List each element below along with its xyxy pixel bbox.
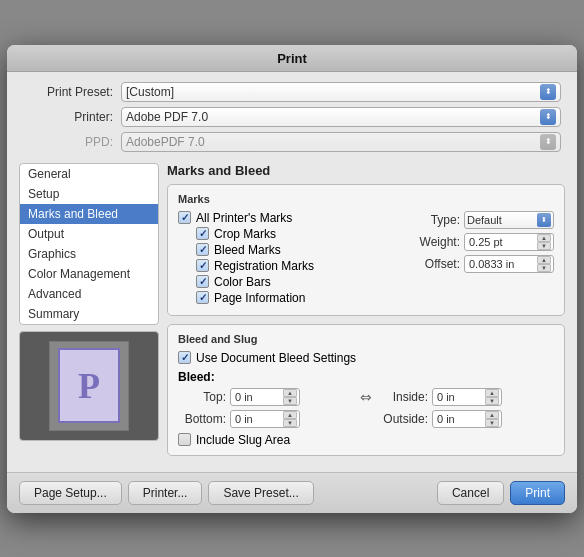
printer-label: Printer:	[23, 110, 113, 124]
all-printers-marks-row: All Printer's Marks	[178, 211, 407, 225]
title-bar: Print	[7, 45, 577, 72]
offset-spinner[interactable]: 0.0833 in ▲ ▼	[464, 255, 554, 273]
outside-up-icon[interactable]: ▲	[485, 411, 499, 419]
bleed-label: Bleed:	[178, 370, 554, 384]
sidebar-item-advanced[interactable]: Advanced	[20, 284, 158, 304]
footer: Page Setup... Printer... Save Preset... …	[7, 472, 577, 513]
section-title: Marks and Bleed	[167, 163, 565, 178]
type-section: Type: Default ⬍ Weight: 0.25 pt	[415, 211, 554, 307]
save-preset-button[interactable]: Save Preset...	[208, 481, 313, 505]
use-doc-bleed-label: Use Document Bleed Settings	[196, 351, 356, 365]
all-printers-marks-label: All Printer's Marks	[196, 211, 292, 225]
printer-button[interactable]: Printer...	[128, 481, 203, 505]
top-spinner[interactable]: 0 in ▲ ▼	[230, 388, 300, 406]
bottom-label: Bottom:	[178, 412, 226, 426]
inside-spinner[interactable]: 0 in ▲ ▼	[432, 388, 502, 406]
all-printers-marks-checkbox[interactable]	[178, 211, 191, 224]
printer-select[interactable]: Adobe PDF 7.0 ⬍	[121, 107, 561, 127]
type-row: Type: Default ⬍	[415, 211, 554, 229]
preview-page: P	[58, 348, 120, 423]
bleed-slug-group: Bleed and Slug Use Document Bleed Settin…	[167, 324, 565, 456]
bottom-arrows: ▲ ▼	[283, 411, 297, 427]
outside-arrows: ▲ ▼	[485, 411, 499, 427]
registration-marks-checkbox[interactable]	[196, 259, 209, 272]
top-value: 0 in	[235, 391, 253, 403]
bleed-marks-checkbox[interactable]	[196, 243, 209, 256]
sidebar-item-marks-bleed[interactable]: Marks and Bleed	[20, 204, 158, 224]
outside-down-icon[interactable]: ▼	[485, 419, 499, 427]
top-up-icon[interactable]: ▲	[283, 389, 297, 397]
main-panel: Marks and Bleed Marks All Printer's Mark…	[167, 163, 565, 464]
offset-arrows: ▲ ▼	[537, 256, 551, 272]
weight-row: Weight: 0.25 pt ▲ ▼	[415, 233, 554, 251]
marks-group: Marks All Printer's Marks Crop Marks	[167, 184, 565, 316]
dialog-title: Print	[277, 51, 307, 66]
sidebar-item-general[interactable]: General	[20, 164, 158, 184]
printer-value: Adobe PDF 7.0	[126, 110, 208, 124]
color-bars-label: Color Bars	[214, 275, 271, 289]
printer-arrow-icon: ⬍	[540, 109, 556, 125]
inside-label: Inside:	[380, 390, 428, 404]
sidebar-item-setup[interactable]: Setup	[20, 184, 158, 204]
printer-row: Printer: Adobe PDF 7.0 ⬍	[23, 107, 561, 127]
page-information-label: Page Information	[214, 291, 305, 305]
weight-value: 0.25 pt	[469, 236, 503, 248]
color-bars-row: Color Bars	[196, 275, 407, 289]
include-slug-checkbox[interactable]	[178, 433, 191, 446]
type-value: Default	[467, 214, 502, 226]
inside-down-icon[interactable]: ▼	[485, 397, 499, 405]
weight-down-icon[interactable]: ▼	[537, 242, 551, 250]
weight-label: Weight:	[415, 235, 460, 249]
bleed-fields: Top: 0 in ▲ ▼ ⇔ Inside: 0 i	[178, 388, 554, 428]
offset-up-icon[interactable]: ▲	[537, 256, 551, 264]
ppd-select: AdobePDF 7.0 ⬍	[121, 132, 561, 152]
type-arrow-icon: ⬍	[537, 213, 551, 227]
crop-marks-checkbox[interactable]	[196, 227, 209, 240]
bottom-spinner[interactable]: 0 in ▲ ▼	[230, 410, 300, 428]
page-information-checkbox[interactable]	[196, 291, 209, 304]
crop-marks-row: Crop Marks	[196, 227, 407, 241]
sidebar-item-summary[interactable]: Summary	[20, 304, 158, 324]
print-dialog: Print Print Preset: [Custom] ⬍ Printer: …	[7, 45, 577, 513]
ppd-value: AdobePDF 7.0	[126, 135, 205, 149]
use-doc-bleed-row: Use Document Bleed Settings	[178, 351, 554, 365]
type-label: Type:	[415, 213, 460, 227]
crop-marks-label: Crop Marks	[214, 227, 276, 241]
footer-right: Cancel Print	[437, 481, 565, 505]
top-down-icon[interactable]: ▼	[283, 397, 297, 405]
bleed-slug-title: Bleed and Slug	[178, 333, 554, 345]
outside-label: Outside:	[380, 412, 428, 426]
sidebar-nav: General Setup Marks and Bleed Output Gra…	[19, 163, 159, 325]
footer-left: Page Setup... Printer... Save Preset...	[19, 481, 314, 505]
ppd-label: PPD:	[23, 135, 113, 149]
marks-checkboxes: All Printer's Marks Crop Marks Bleed Mar…	[178, 211, 407, 307]
preview-inner: P	[49, 341, 129, 431]
top-fields: Print Preset: [Custom] ⬍ Printer: Adobe …	[7, 72, 577, 163]
inside-arrows: ▲ ▼	[485, 389, 499, 405]
preset-value: [Custom]	[126, 85, 174, 99]
bottom-down-icon[interactable]: ▼	[283, 419, 297, 427]
color-bars-checkbox[interactable]	[196, 275, 209, 288]
type-select[interactable]: Default ⬍	[464, 211, 554, 229]
bottom-up-icon[interactable]: ▲	[283, 411, 297, 419]
offset-down-icon[interactable]: ▼	[537, 264, 551, 272]
inside-value: 0 in	[437, 391, 455, 403]
inside-field-row: Inside: 0 in ▲ ▼	[380, 388, 554, 406]
preset-arrow-icon: ⬍	[540, 84, 556, 100]
outside-spinner[interactable]: 0 in ▲ ▼	[432, 410, 502, 428]
print-button[interactable]: Print	[510, 481, 565, 505]
page-setup-button[interactable]: Page Setup...	[19, 481, 122, 505]
inside-up-icon[interactable]: ▲	[485, 389, 499, 397]
bottom-field-row: Bottom: 0 in ▲ ▼	[178, 410, 352, 428]
outside-field-row: Outside: 0 in ▲ ▼	[380, 410, 554, 428]
cancel-button[interactable]: Cancel	[437, 481, 504, 505]
sidebar-item-color-management[interactable]: Color Management	[20, 264, 158, 284]
use-doc-bleed-checkbox[interactable]	[178, 351, 191, 364]
content-area: General Setup Marks and Bleed Output Gra…	[7, 163, 577, 472]
sidebar-item-output[interactable]: Output	[20, 224, 158, 244]
weight-up-icon[interactable]: ▲	[537, 234, 551, 242]
offset-label: Offset:	[415, 257, 460, 271]
sidebar-item-graphics[interactable]: Graphics	[20, 244, 158, 264]
preset-select[interactable]: [Custom] ⬍	[121, 82, 561, 102]
weight-spinner[interactable]: 0.25 pt ▲ ▼	[464, 233, 554, 251]
